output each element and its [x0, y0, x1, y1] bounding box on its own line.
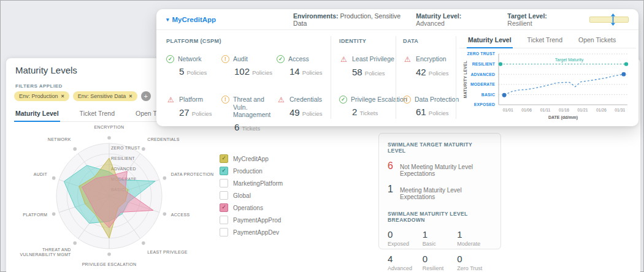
environments-text: Environments: Production, Sensitive Data	[293, 12, 416, 27]
svg-text:Target Maturity: Target Maturity	[555, 58, 584, 62]
legend-item-marketingplatform[interactable]: MarketingPlatform	[220, 179, 283, 187]
section-title: DATA	[403, 38, 454, 44]
remove-filter-icon[interactable]: ×	[129, 93, 132, 99]
breakdown-resilient: 0Resilient	[423, 254, 458, 271]
metric-data-protection[interactable]: !Data Protection 61 Policies	[403, 96, 459, 127]
svg-text:ADVANCED: ADVANCED	[111, 167, 136, 171]
svg-text:LEAST PRIVILEGE: LEAST PRIVILEGE	[147, 250, 187, 254]
metric-network[interactable]: ✓Network 5 Policies	[166, 55, 221, 87]
svg-text:DATA PROTECTION: DATA PROTECTION	[171, 172, 214, 176]
filter-chip-production[interactable]: Env: Production ×	[14, 91, 69, 101]
legend-item-operations[interactable]: ✓ Operations	[220, 203, 283, 212]
tab-maturity-level[interactable]: Maturity Level	[468, 36, 512, 43]
add-filter-button[interactable]: +	[141, 91, 151, 101]
metric-access[interactable]: ✓Access 14 Policies	[277, 55, 327, 87]
alert-circle-icon: !	[403, 96, 411, 104]
svg-text:01/21: 01/21	[577, 108, 588, 112]
svg-text:MATURITY LEVEL: MATURITY LEVEL	[463, 61, 467, 98]
check-circle-icon: ✓	[166, 55, 174, 63]
svg-text:CREDENTIALS: CREDENTIALS	[147, 137, 179, 142]
svg-text:01/26: 01/26	[596, 108, 607, 112]
metric-audit[interactable]: !Audit 102 Policies	[221, 55, 277, 87]
app-dropdown[interactable]: ▾ MyCreditApp	[166, 16, 216, 23]
metric-least-privilege[interactable]: ⚠Least Privilege 58 Policies	[339, 55, 407, 87]
tab-ticket-trend[interactable]: Ticket Trend	[80, 110, 115, 117]
detail-panel-body: PLATFORM (CSPM) ✓Network 5 Policies !Aud…	[156, 30, 638, 126]
legend-label: Global	[233, 192, 251, 199]
tab-ticket-trend[interactable]: Ticket Trend	[527, 36, 562, 43]
detail-tabs: Maturity Level Ticket Trend Open Tickets	[459, 30, 636, 48]
metric-credentials[interactable]: ⚠Credentials 49 Policies	[277, 96, 327, 127]
checkbox-icon[interactable]: ✓	[220, 154, 228, 163]
breakdown-basic: 1Basic	[423, 229, 458, 247]
metric-threat-vuln-management[interactable]: !Threat and Vuln. Management 6 Tickets	[221, 96, 277, 127]
target-level-text: Target Level: Resilient	[507, 12, 573, 27]
slider-handle[interactable]	[610, 13, 616, 26]
tab-open-tickets[interactable]: Open Tickets	[578, 36, 616, 43]
swimlane-summary-panel: SWIMLANE TARGET MATURITY LEVEL 6 Not Mee…	[378, 133, 501, 249]
legend-item-global[interactable]: Global	[220, 191, 283, 200]
alert-circle-icon: !	[221, 96, 229, 104]
tab-maturity-level[interactable]: Maturity Level	[15, 110, 59, 117]
breakdown-advanced: 4Advanced	[388, 254, 423, 271]
legend-item-paymentappdev[interactable]: PaymentAppDev	[220, 228, 283, 236]
checkbox-icon[interactable]	[220, 228, 228, 236]
checkbox-icon[interactable]	[220, 179, 228, 187]
checkbox-icon[interactable]	[220, 216, 228, 224]
metric-privilege-escalation[interactable]: ✓Privilege Escalation 2 Tickets	[339, 96, 407, 127]
breakdown-zero-trust: 0Zero Trust	[457, 254, 492, 271]
swimlane-target-title: SWIMLANE TARGET MATURITY LEVEL	[388, 142, 492, 154]
svg-text:ENCRYPTION: ENCRYPTION	[94, 125, 125, 129]
swimlane-breakdown-title: SWIMLANE MATURITY LEVEL BREAKDOWN	[388, 211, 492, 223]
svg-text:01/11: 01/11	[540, 108, 551, 112]
svg-text:DATE (dd/mm): DATE (dd/mm)	[548, 115, 578, 120]
svg-text:ZERO TRUST: ZERO TRUST	[111, 146, 140, 150]
checkbox-icon[interactable]	[220, 191, 228, 200]
app-name: MyCreditApp	[172, 16, 217, 23]
page-title: Maturity Levels	[15, 65, 77, 75]
svg-text:01/16: 01/16	[559, 108, 569, 112]
section-data: DATA ⚠Encryption 42 Policies !Data Prote…	[403, 38, 454, 127]
svg-text:ADVANCED: ADVANCED	[470, 72, 495, 77]
remove-filter-icon[interactable]: ×	[61, 93, 64, 99]
legend-label: PaymentAppProd	[233, 217, 281, 224]
svg-text:RESILIENT: RESILIENT	[472, 62, 496, 66]
checkbox-icon[interactable]: ✓	[220, 167, 228, 175]
target-level-slider[interactable]	[589, 17, 629, 23]
detail-panel-header: ▾ MyCreditApp Environments: Production, …	[156, 9, 638, 30]
svg-text:01/06: 01/06	[521, 108, 532, 112]
section-identity: IDENTITY ⚠Least Privilege 58 Policies ✓P…	[339, 38, 394, 127]
breakdown-moderate: 1Moderate	[457, 229, 492, 247]
check-circle-icon: ✓	[339, 96, 347, 104]
legend-label: MyCreditApp	[233, 156, 269, 162]
legend-item-mycreditapp[interactable]: ✓ MyCreditApp	[220, 154, 283, 163]
svg-text:PRIVILEGE ESCALATION: PRIVILEGE ESCALATION	[82, 262, 137, 266]
legend-label: Operations	[233, 205, 263, 211]
maturity-level-text: Maturity Level: Advanced	[416, 12, 491, 27]
legend-item-paymentappprod[interactable]: PaymentAppProd	[220, 216, 283, 224]
section-title: PLATFORM (CSPM)	[166, 38, 328, 44]
legend-item-production[interactable]: ✓ Production	[220, 167, 283, 175]
svg-text:PLATFORM: PLATFORM	[23, 213, 47, 217]
svg-text:BASIC: BASIC	[481, 93, 495, 97]
checkbox-icon[interactable]: ✓	[220, 203, 228, 212]
not-meeting-count: 6	[388, 161, 393, 172]
chip-label: Env: Sensitive Data	[78, 93, 126, 99]
section-divider	[331, 36, 331, 119]
svg-text:MODERATE: MODERATE	[470, 82, 495, 86]
svg-text:NETWORK: NETWORK	[48, 137, 71, 142]
radar-chart: ENCRYPTIONCREDENTIALSDATA PROTECTIONACCE…	[6, 124, 221, 272]
alert-circle-icon: !	[221, 55, 229, 63]
section-trend-chart: Maturity Level Ticket Trend Open Tickets…	[459, 30, 636, 126]
legend-label: Production	[233, 168, 263, 175]
filter-chip-sensitive-data[interactable]: Env: Sensitive Data ×	[73, 91, 137, 101]
section-platform-cspm: PLATFORM (CSPM) ✓Network 5 Policies !Aud…	[166, 38, 328, 127]
alert-triangle-icon: ⚠	[277, 96, 286, 104]
chevron-down-icon: ▾	[166, 17, 169, 23]
chip-label: Env: Production	[19, 93, 58, 99]
svg-text:ACCESS: ACCESS	[171, 213, 190, 217]
metric-platform[interactable]: ⚠Platform 27 Policies	[166, 96, 221, 127]
section-divider	[456, 36, 456, 119]
swimlane-not-meeting-row: 6 Not Meeting Maturity Level Expectation…	[388, 161, 492, 177]
metric-encryption[interactable]: ⚠Encryption 42 Policies	[403, 55, 459, 87]
